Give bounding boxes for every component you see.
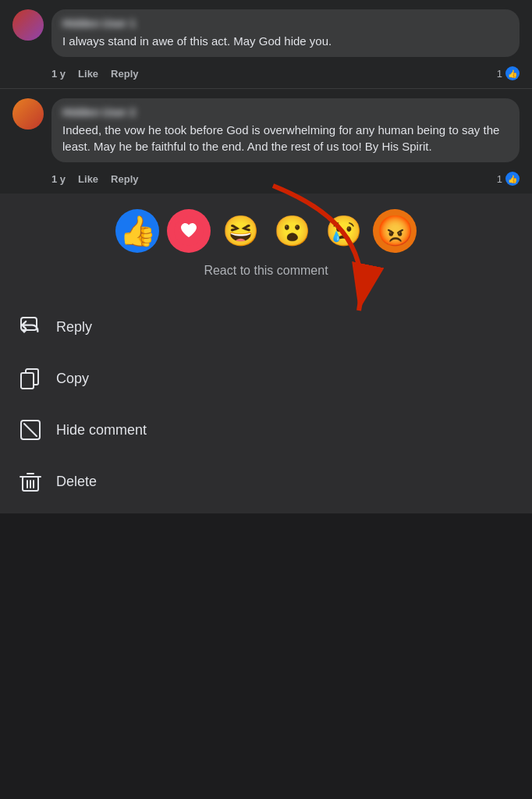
avatar-1 (12, 9, 44, 41)
comment-text-2: Indeed, the vow he took before God is ov… (62, 122, 509, 154)
like-button-2[interactable]: Like (78, 173, 98, 185)
menu-label-hide: Hide comment (56, 422, 147, 439)
comment-time-2: 1 y (51, 173, 66, 185)
like-count-1: 1 👍 (497, 66, 520, 80)
comment-block-2: Hidden User 2 Indeed, the vow he took be… (0, 89, 532, 167)
menu-label-copy: Copy (56, 371, 89, 387)
reaction-angry[interactable]: 😡 (373, 209, 417, 253)
comment-name-1: Hidden User 1 (62, 17, 509, 30)
avatar-2 (12, 98, 44, 130)
like-button-1[interactable]: Like (78, 68, 98, 80)
reaction-sad[interactable]: 😢 (321, 209, 365, 253)
comment-time-1: 1 y (51, 68, 66, 80)
like-thumb-icon-2: 👍 (505, 172, 520, 186)
comment-name-2: Hidden User 2 (62, 106, 509, 119)
hide-icon (19, 418, 42, 442)
menu-label-reply: Reply (56, 319, 92, 336)
like-count-num-2: 1 (497, 173, 502, 185)
copy-svg (20, 368, 41, 389)
comment-block-1: Hidden User 1 I always stand in awe of t… (0, 0, 532, 62)
trash-svg (20, 471, 41, 492)
reply-bubble-icon (20, 316, 41, 338)
svg-line-6 (24, 424, 37, 436)
like-count-num-1: 1 (497, 68, 502, 80)
menu-item-hide-comment[interactable]: Hide comment (0, 404, 532, 456)
svg-rect-2 (21, 318, 37, 330)
reaction-wow[interactable]: 😮 (270, 209, 314, 253)
reply-icon (19, 315, 42, 339)
feed-section: Hidden User 1 I always stand in awe of t… (0, 0, 532, 194)
heart-icon (174, 216, 204, 246)
copy-icon (19, 367, 42, 390)
hide-svg (20, 419, 41, 441)
menu-item-delete[interactable]: Delete (0, 456, 532, 507)
reaction-section: 👍 😆 😮 😢 😡 React to this comment (0, 194, 532, 295)
comment-text-1: I always stand in awe of this act. May G… (62, 33, 509, 49)
like-count-2: 1 👍 (497, 172, 520, 186)
reply-button-2[interactable]: Reply (111, 173, 138, 185)
reaction-label: React to this comment (12, 264, 520, 278)
menu-item-reply[interactable]: Reply (0, 301, 532, 353)
comment-actions-1: 1 y Like Reply 1 👍 (0, 62, 532, 88)
comment-bubble-1: Hidden User 1 I always stand in awe of t… (51, 9, 520, 57)
reaction-haha[interactable]: 😆 (218, 209, 262, 253)
reaction-like[interactable]: 👍 (115, 209, 159, 253)
svg-rect-4 (21, 373, 34, 389)
menu-item-copy[interactable]: Copy (0, 353, 532, 404)
comment-bubble-2: Hidden User 2 Indeed, the vow he took be… (51, 98, 520, 162)
menu-label-delete: Delete (56, 474, 97, 490)
trash-icon (19, 470, 42, 493)
reply-button-1[interactable]: Reply (111, 68, 138, 80)
reaction-row: 👍 😆 😮 😢 😡 (12, 209, 520, 253)
reaction-love[interactable] (167, 209, 211, 253)
context-menu: Reply Copy Hide comment (0, 295, 532, 513)
like-thumb-icon-1: 👍 (505, 66, 520, 80)
comment-actions-2: 1 y Like Reply 1 👍 (0, 167, 532, 194)
